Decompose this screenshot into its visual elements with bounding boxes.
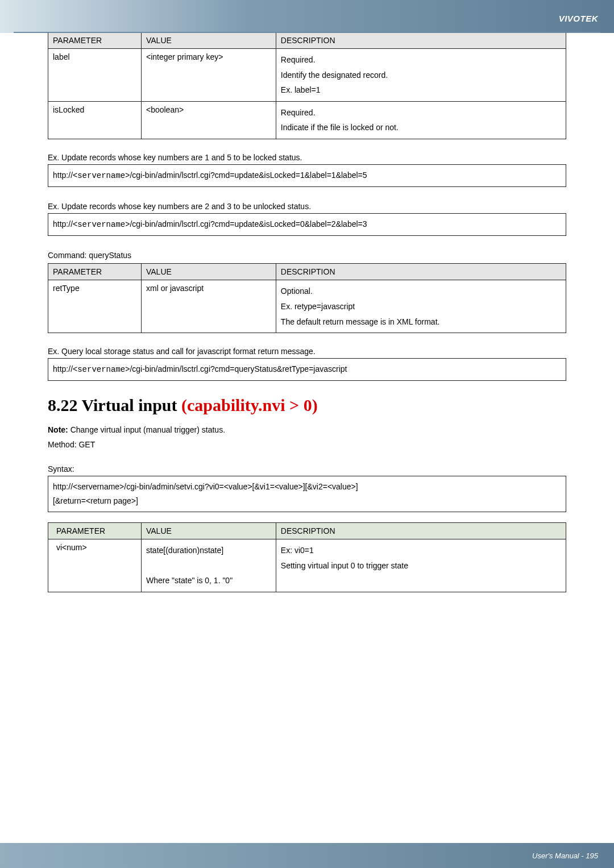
table-row: label <integer primary key> Required. Id… <box>48 49 566 102</box>
section-number-title: 8.22 Virtual input <box>48 396 181 414</box>
update-table: PARAMETER VALUE DESCRIPTION label <integ… <box>48 32 566 139</box>
example-text: Ex. Query local storage status and call … <box>48 347 566 356</box>
url-post: >/cgi-bin/admin/lsctrl.cgi?cmd=queryStat… <box>125 364 347 373</box>
method-line: Method: GET <box>48 438 566 452</box>
header-parameter: PARAMETER <box>48 264 142 280</box>
header-description: DESCRIPTION <box>276 523 566 539</box>
content: Command: update PARAMETER VALUE DESCRIPT… <box>0 0 614 592</box>
table-header-row: PARAMETER VALUE DESCRIPTION <box>48 264 566 280</box>
header-description: DESCRIPTION <box>276 32 566 49</box>
table-row: vi<num> state[(duration)nstate] Where "s… <box>48 539 566 592</box>
url-servername: servername <box>77 365 125 374</box>
footer-bar <box>0 843 614 868</box>
syntax-box: http://<servername>/cgi-bin/admin/setvi.… <box>48 476 566 512</box>
header-divider <box>14 32 600 33</box>
desc-line: The default return message is in XML for… <box>281 314 561 330</box>
cell-value: <boolean> <box>141 101 276 139</box>
cell-param: isLocked <box>48 101 142 139</box>
desc-line: Ex: vi0=1 <box>281 543 561 558</box>
header-value: VALUE <box>141 264 276 280</box>
example-text: Ex. Update records whose key numbers are… <box>48 202 566 211</box>
section-heading: 8.22 Virtual input (capability.nvi > 0) <box>48 396 566 415</box>
value-line: Where "state" is 0, 1. "0" <box>146 573 271 588</box>
cell-value: xml or javascript <box>141 280 276 333</box>
syntax-line: http://<servername>/cgi-bin/admin/setvi.… <box>53 480 561 494</box>
section-capability: (capability.nvi > 0) <box>181 396 318 414</box>
brand-logo: VIVOTEK <box>559 14 598 23</box>
url-pre: http://< <box>53 364 77 373</box>
header-parameter: PARAMETER <box>48 32 142 49</box>
url-box: http://<servername>/cgi-bin/admin/lsctrl… <box>48 213 566 236</box>
example-text: Ex. Update records whose key numbers are… <box>48 153 566 162</box>
cell-param: vi<num> <box>48 539 142 592</box>
vi-table: PARAMETER VALUE DESCRIPTION vi<num> stat… <box>48 522 566 592</box>
cell-value: state[(duration)nstate] Where "state" is… <box>141 539 276 592</box>
cell-param: retType <box>48 280 142 333</box>
cell-param: label <box>48 49 142 102</box>
header-parameter: PARAMETER <box>48 523 142 539</box>
url-box: http://<servername>/cgi-bin/admin/lsctrl… <box>48 358 566 381</box>
cell-desc: Required. Indicate if the file is locked… <box>276 101 566 139</box>
command-querystatus-label: Command: queryStatus <box>48 251 566 260</box>
syntax-label: Syntax: <box>48 464 566 474</box>
desc-line: Identify the designated record. <box>281 68 561 83</box>
note-line: Note: Change virtual input (manual trigg… <box>48 423 566 437</box>
table-header-row: PARAMETER VALUE DESCRIPTION <box>48 523 566 539</box>
url-post: >/cgi-bin/admin/lsctrl.cgi?cmd=update&is… <box>125 219 367 229</box>
table-header-row: PARAMETER VALUE DESCRIPTION <box>48 32 566 49</box>
url-pre: http://< <box>53 171 77 180</box>
url-pre: http://< <box>53 219 77 229</box>
footer-text: User's Manual - 195 <box>532 852 598 860</box>
header-value: VALUE <box>141 32 276 49</box>
desc-line: Ex. label=1 <box>281 82 561 98</box>
desc-line: Setting virtual input 0 to trigger state <box>281 558 561 574</box>
url-post: >/cgi-bin/admin/lsctrl.cgi?cmd=update&is… <box>125 171 367 180</box>
desc-line: Indicate if the file is locked or not. <box>281 120 561 135</box>
header-description: DESCRIPTION <box>276 264 566 280</box>
note-text: Change virtual input (manual trigger) st… <box>68 425 225 434</box>
url-box: http://<servername>/cgi-bin/admin/lsctrl… <box>48 164 566 187</box>
header-value: VALUE <box>141 523 276 539</box>
cell-desc: Optional. Ex. retype=javascript The defa… <box>276 280 566 333</box>
querystatus-table: PARAMETER VALUE DESCRIPTION retType xml … <box>48 263 566 333</box>
note-label: Note: <box>48 425 68 434</box>
syntax-line: [&return=<return page>] <box>53 494 561 508</box>
table-row: isLocked <boolean> Required. Indicate if… <box>48 101 566 139</box>
page: VIVOTEK Command: update PARAMETER VALUE … <box>0 0 614 868</box>
desc-line: Optional. <box>281 284 561 299</box>
desc-line: Required. <box>281 52 561 68</box>
cell-desc: Required. Identify the designated record… <box>276 49 566 102</box>
cell-value: <integer primary key> <box>141 49 276 102</box>
header-bar <box>0 0 614 33</box>
value-line: state[(duration)nstate] <box>146 543 271 558</box>
desc-line: Ex. retype=javascript <box>281 299 561 314</box>
url-servername: servername <box>77 220 125 229</box>
table-row: retType xml or javascript Optional. Ex. … <box>48 280 566 333</box>
value-line <box>146 558 271 574</box>
url-servername: servername <box>77 171 125 180</box>
desc-line: Required. <box>281 105 561 121</box>
cell-desc: Ex: vi0=1 Setting virtual input 0 to tri… <box>276 539 566 592</box>
